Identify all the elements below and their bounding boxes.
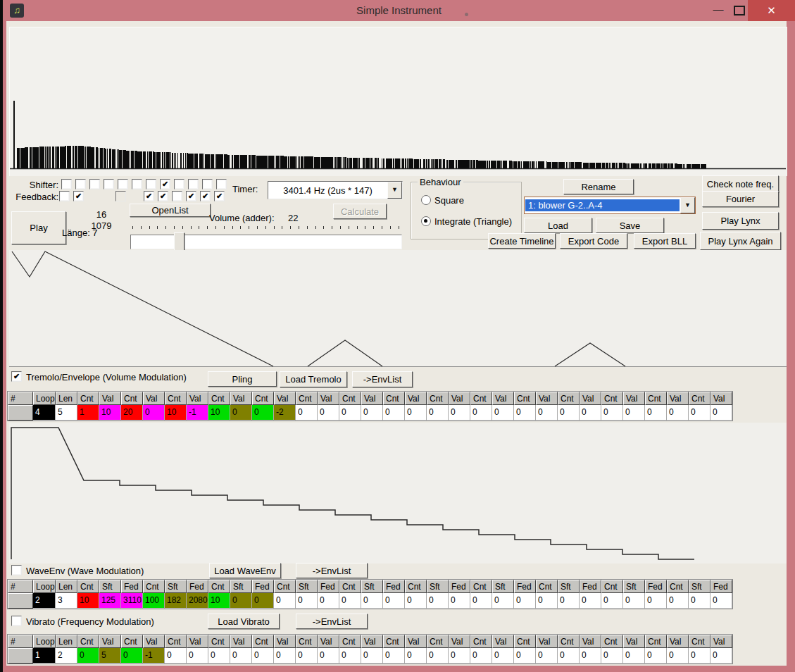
value-cell[interactable]: 0 bbox=[711, 405, 732, 421]
load-waveenv-button[interactable]: Load WaveEnv bbox=[209, 563, 281, 578]
shifter-checkbox-4[interactable] bbox=[104, 179, 114, 189]
value-cell[interactable]: 0 bbox=[296, 648, 318, 664]
minimize-button[interactable]: — bbox=[708, 0, 728, 21]
value-cell[interactable]: 0 bbox=[427, 405, 449, 421]
play-lynx-again-button[interactable]: Play Lynx Again bbox=[700, 232, 781, 250]
len-cell[interactable]: 3 bbox=[56, 593, 77, 609]
play-button[interactable]: Play bbox=[11, 211, 66, 244]
value-cell[interactable]: 0 bbox=[383, 405, 405, 421]
value-cell[interactable]: 0 bbox=[558, 593, 580, 609]
value-cell[interactable]: 0 bbox=[558, 648, 580, 664]
value-cell[interactable]: 0 bbox=[623, 593, 645, 609]
tremolo-checkbox[interactable]: ✔ bbox=[11, 371, 22, 382]
value-cell[interactable]: 0 bbox=[230, 648, 252, 664]
timer-dropdown-arrow-icon[interactable]: ▼ bbox=[387, 182, 402, 199]
value-cell[interactable]: 0 bbox=[711, 648, 732, 664]
shifter-checkbox-2[interactable] bbox=[75, 179, 86, 189]
value-cell[interactable]: 0 bbox=[296, 405, 318, 421]
value-cell[interactable]: 0 bbox=[165, 648, 187, 664]
value-cell[interactable]: 0 bbox=[405, 405, 427, 421]
loop-cell[interactable]: 2 bbox=[33, 593, 56, 609]
load-button[interactable]: Load bbox=[524, 218, 592, 233]
value-cell[interactable]: 2080 bbox=[187, 593, 208, 609]
value-cell[interactable]: 0 bbox=[645, 405, 667, 421]
shifter-checkbox-12[interactable] bbox=[216, 179, 227, 189]
value-cell[interactable]: 0 bbox=[427, 648, 449, 664]
value-cell[interactable]: 0 bbox=[470, 405, 492, 421]
value-cell[interactable]: 3110 bbox=[121, 593, 143, 609]
radio-integrate-label[interactable]: Integrate (Triangle) bbox=[434, 216, 512, 227]
value-cell[interactable]: 0 bbox=[492, 593, 514, 609]
value-cell[interactable]: 0 bbox=[449, 593, 470, 609]
export-code-button[interactable]: Export Code bbox=[560, 233, 627, 249]
value-cell[interactable]: 0 bbox=[645, 648, 667, 664]
value-cell[interactable]: 0 bbox=[296, 593, 318, 609]
preset-combobox[interactable]: 1: blower G-2..A-4 ▼ bbox=[524, 197, 696, 214]
value-cell[interactable]: 0 bbox=[580, 405, 601, 421]
feedback-checkbox-7[interactable]: ✔ bbox=[186, 191, 196, 201]
openlist-button[interactable]: OpenList bbox=[130, 204, 211, 217]
value-cell[interactable]: 0 bbox=[449, 405, 470, 421]
shifter-checkbox-3[interactable] bbox=[89, 179, 100, 189]
timer-combobox[interactable]: 3401.4 Hz (2us * 147) ▼ bbox=[268, 181, 403, 199]
value-cell[interactable]: 0 bbox=[558, 405, 580, 421]
value-cell[interactable]: 0 bbox=[361, 593, 383, 609]
value-cell[interactable]: 125 bbox=[99, 593, 121, 609]
value-cell[interactable]: 0 bbox=[536, 593, 558, 609]
value-cell[interactable]: 20 bbox=[121, 405, 143, 421]
value-cell[interactable]: 0 bbox=[514, 405, 536, 421]
feedback-checkbox-9[interactable]: ✔ bbox=[214, 191, 225, 201]
value-cell[interactable]: 0 bbox=[470, 648, 492, 664]
waveenv-checkbox[interactable] bbox=[11, 565, 22, 575]
value-cell[interactable]: 0 bbox=[536, 648, 558, 664]
value-cell[interactable]: -1 bbox=[187, 405, 208, 421]
fourier-button[interactable]: Fourier bbox=[702, 191, 779, 207]
row-selector[interactable] bbox=[8, 593, 33, 609]
value-cell[interactable]: 0 bbox=[383, 593, 405, 609]
value-cell[interactable]: 0 bbox=[143, 405, 165, 421]
vibrato-envlist-button[interactable]: ->EnvList bbox=[296, 614, 368, 629]
waveenv-label[interactable]: WaveEnv (Wave Modulation) bbox=[26, 566, 144, 576]
shifter-checkbox-10[interactable] bbox=[188, 179, 199, 189]
value-cell[interactable]: 10 bbox=[208, 405, 230, 421]
value-cell[interactable]: 10 bbox=[77, 593, 99, 609]
value-cell[interactable]: 0 bbox=[339, 593, 361, 609]
value-cell[interactable]: 0 bbox=[339, 648, 361, 664]
loop-cell[interactable]: 4 bbox=[33, 405, 56, 421]
feedback-checkbox-6[interactable] bbox=[172, 191, 182, 201]
value-cell[interactable]: -2 bbox=[274, 405, 296, 421]
feedback-checkbox-2[interactable]: ✔ bbox=[73, 191, 84, 201]
value-cell[interactable]: 0 bbox=[361, 648, 383, 664]
value-cell[interactable]: 0 bbox=[77, 648, 99, 664]
value-cell[interactable]: 1 bbox=[77, 405, 99, 421]
value-cell[interactable]: 0 bbox=[689, 405, 711, 421]
maximize-button[interactable] bbox=[730, 0, 748, 21]
value-cell[interactable]: 0 bbox=[711, 593, 732, 609]
value-cell[interactable]: 0 bbox=[580, 593, 601, 609]
value-cell[interactable]: 0 bbox=[689, 593, 711, 609]
waveenv-envlist-button[interactable]: ->EnvList bbox=[296, 563, 368, 578]
value-cell[interactable]: 0 bbox=[645, 593, 667, 609]
value-cell[interactable]: 10 bbox=[99, 405, 121, 421]
value-cell[interactable]: 5 bbox=[99, 648, 121, 664]
value-cell[interactable]: 0 bbox=[667, 593, 689, 609]
vibrato-checkbox[interactable] bbox=[11, 616, 22, 626]
shifter-checkbox-9[interactable] bbox=[174, 179, 184, 189]
value-cell[interactable]: 0 bbox=[318, 648, 339, 664]
loop-cell[interactable]: 1 bbox=[33, 648, 56, 664]
value-cell[interactable]: -1 bbox=[143, 648, 165, 664]
pling-button[interactable]: Pling bbox=[208, 371, 277, 387]
value-cell[interactable]: 0 bbox=[601, 405, 623, 421]
value-cell[interactable]: 0 bbox=[623, 648, 645, 664]
value-cell[interactable]: 0 bbox=[252, 405, 274, 421]
value-cell[interactable]: 0 bbox=[318, 405, 339, 421]
row-selector[interactable] bbox=[8, 648, 33, 664]
value-cell[interactable]: 0 bbox=[623, 405, 645, 421]
value-cell[interactable]: 0 bbox=[318, 593, 339, 609]
value-cell[interactable]: 0 bbox=[492, 648, 514, 664]
save-button[interactable]: Save bbox=[596, 218, 664, 233]
feedback-checkbox-3[interactable] bbox=[115, 191, 126, 201]
value-cell[interactable]: 0 bbox=[601, 593, 623, 609]
value-cell[interactable]: 182 bbox=[165, 593, 187, 609]
value-cell[interactable]: 0 bbox=[361, 405, 383, 421]
